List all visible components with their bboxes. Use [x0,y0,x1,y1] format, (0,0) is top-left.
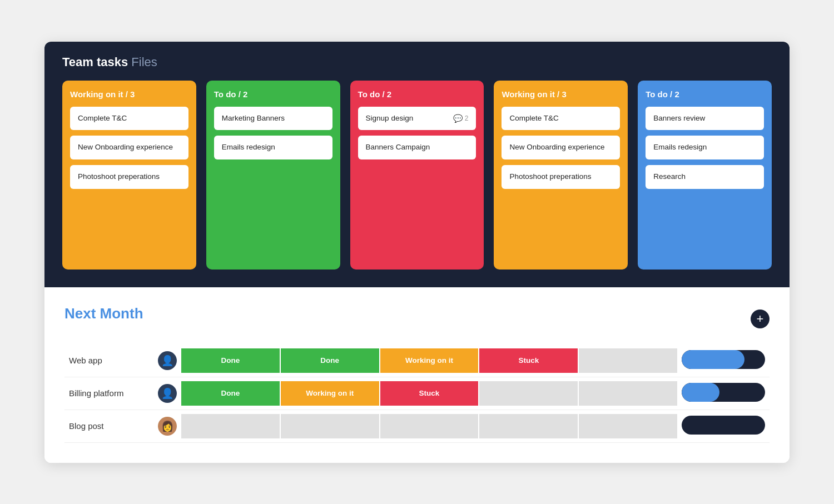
kanban-card[interactable]: Photoshoot preperations [70,165,188,189]
kanban-col-col2: To do / 2Marketing BannersEmails redesig… [206,81,340,270]
kanban-card[interactable]: New Onboarding experience [70,136,188,159]
avatar: 👤 [158,351,177,370]
row-cells: DoneDoneWorking on itStuck [181,345,677,377]
status-cell-stuck: Stuck [380,381,479,406]
progress-bar-cell [677,377,770,410]
card-text: Signup design [366,113,414,124]
avatar: 👤 [158,384,177,403]
card-text: Emails redesign [653,142,707,153]
progress-bar-fill [682,350,744,369]
kanban-card[interactable]: Banners review [646,107,764,131]
card-text: Marketing Banners [222,113,285,124]
title-subtitle: Files [131,55,157,69]
col-header: To do / 2 [214,89,332,99]
table-row[interactable]: Blog post👩 [64,410,770,442]
row-label: Billing platform [64,377,153,410]
section-title-row: Next Month + [64,305,770,333]
kanban-board: Working on it / 3Complete T&CNew Onboard… [62,81,772,270]
status-cell-empty [281,414,379,438]
card-text: Photoshoot preperations [509,172,591,182]
status-cell-done: Done [181,381,280,406]
col-header: Working on it / 3 [502,89,620,99]
kanban-card[interactable]: New Onboarding experience [502,136,620,159]
status-cell-done: Done [181,348,280,373]
card-text: Photoshoot preperations [78,172,160,182]
card-text: New Onboarding experience [78,142,173,153]
kanban-card[interactable]: Banners Campaign [358,136,476,159]
kanban-card[interactable]: Research [646,165,764,189]
kanban-card[interactable]: Emails redesign [214,136,332,159]
card-text: Banners Campaign [366,142,430,153]
status-cell-done: Done [281,348,379,373]
col-header: To do / 2 [646,89,764,99]
status-cell-working: Working on it [380,348,479,373]
row-avatar: 👤 [153,377,181,410]
status-cell-empty [579,414,677,438]
bottom-section: Next Month + Web app👤DoneDoneWorking on … [44,287,790,463]
status-cell-empty [579,381,677,406]
card-text: Emails redesign [222,142,275,153]
card-text: New Onboarding experience [509,142,604,153]
kanban-col-col4: Working on it / 3Complete T&CNew Onboard… [494,81,628,270]
status-cell-empty [579,348,677,373]
kanban-card[interactable]: Complete T&C [70,107,188,131]
kanban-col-col5: To do / 2Banners reviewEmails redesignRe… [638,81,772,270]
next-month-title: Next Month [64,305,143,322]
row-label: Blog post [64,410,153,442]
kanban-col-col1: Working on it / 3Complete T&CNew Onboard… [62,81,196,270]
page-title: Team tasks Files [62,55,772,69]
status-cell-empty [380,414,479,438]
progress-bar-cell [677,345,770,377]
kanban-card[interactable]: Signup design💬 2 [358,107,476,131]
comment-badge: 💬 2 [453,114,469,123]
kanban-card[interactable]: Marketing Banners [214,107,332,131]
progress-bar [682,350,765,369]
row-avatar: 👤 [153,345,181,377]
table-row[interactable]: Billing platform👤DoneWorking on itStuck [64,377,770,410]
card-text: Complete T&C [78,113,127,124]
avatar: 👩 [158,417,177,436]
kanban-col-col3: To do / 2Signup design💬 2Banners Campaig… [350,81,484,270]
progress-table: Web app👤DoneDoneWorking on itStuckBillin… [64,345,770,443]
row-label: Web app [64,345,153,377]
table-row[interactable]: Web app👤DoneDoneWorking on itStuck [64,345,770,377]
row-cells [181,410,677,442]
card-text: Complete T&C [509,113,558,124]
status-cell-stuck: Stuck [479,348,578,373]
card-text: Banners review [653,113,705,124]
status-cell-empty [181,414,280,438]
main-container: Team tasks Files Working on it / 3Comple… [44,42,790,463]
kanban-card[interactable]: Complete T&C [502,107,620,131]
col-header: Working on it / 3 [70,89,188,99]
status-cell-working: Working on it [281,381,379,406]
progress-bar-cell [677,410,770,442]
add-button[interactable]: + [751,310,770,328]
status-cell-empty [479,381,578,406]
comment-icon: 💬 [453,114,463,123]
status-cell-empty [479,414,578,438]
row-cells: DoneWorking on itStuck [181,377,677,410]
kanban-card[interactable]: Emails redesign [646,136,764,159]
top-section: Team tasks Files Working on it / 3Comple… [44,42,790,287]
progress-bar [682,416,765,435]
progress-bar [682,383,765,402]
title-bold: Team tasks [62,55,128,69]
col-header: To do / 2 [358,89,476,99]
card-text: Research [653,172,686,182]
kanban-card[interactable]: Photoshoot preperations [502,165,620,189]
row-avatar: 👩 [153,410,181,442]
progress-bar-fill [682,383,719,402]
